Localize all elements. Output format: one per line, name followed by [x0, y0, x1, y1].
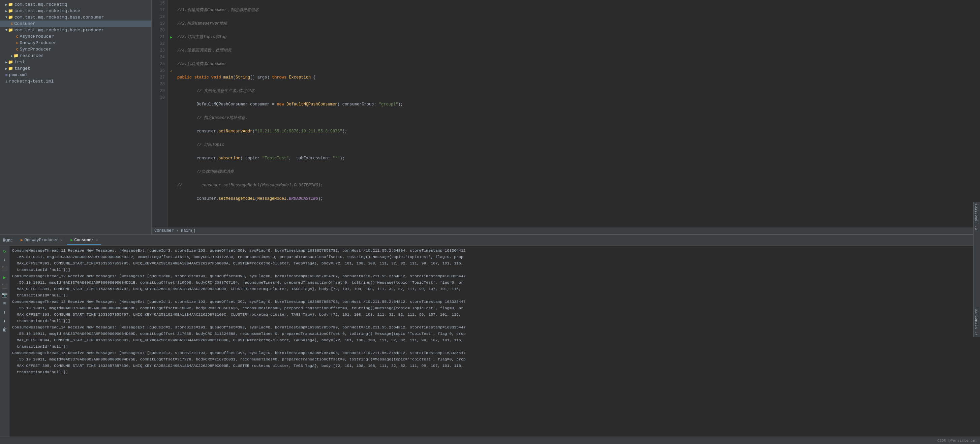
output-line-11: MAX_OFFSET=393, CONSUME_START_TIME=16336…: [12, 311, 977, 318]
stop-button[interactable]: ⬛: [1, 265, 8, 272]
code-text: //1.创建消费者Consumer，制定消费者组名 //2.指定Nameserv…: [175, 0, 980, 227]
arrow-icon: ▶: [5, 67, 7, 71]
output-line-3: MAX_OFFSET=391, CONSUME_START_TIME=16336…: [12, 260, 977, 266]
tree-item-base[interactable]: ▶ 📁 com.test.mq.rocketmq.base: [0, 8, 151, 14]
tab-oneway-label: OnewayProducer: [24, 238, 58, 243]
tree-item-async[interactable]: C AsyncProducer: [0, 33, 151, 40]
output-line-17: ConsumeMessageThread_15 Receive New Mess…: [12, 350, 977, 356]
comment-line-19: //4.设置回调函数，处理消息: [177, 48, 232, 53]
line-numbers: 16 17 18 19 20 21 22 23 24 25 26 27 28 2…: [152, 0, 168, 227]
run-tab-icon: ▶: [21, 238, 23, 243]
tree-item-consumer-file[interactable]: C Consumer: [0, 21, 151, 27]
folder-icon: 📁: [8, 28, 13, 33]
tree-item-iml[interactable]: i rocketmq-test.iml: [0, 78, 151, 84]
up-arrow-button[interactable]: ⬆: [1, 309, 8, 316]
java-icon: C: [11, 22, 13, 26]
output-line-6: .55.10:10911, msgId=0AD3370A00002A9F0000…: [12, 279, 977, 285]
output-line-18: .55.10:10911, msgId=0AD3370A00002A9F0000…: [12, 356, 977, 363]
output-line-12: transactionId='null'}]]: [12, 318, 977, 324]
output-line-20: transactionId='null']]: [12, 369, 977, 375]
tree-label: com.test.mq.rocketmq.base.consumer: [14, 15, 104, 20]
comment-line-18: //3.订阅主题Topic和Tag: [177, 35, 226, 40]
comment-line-20: //5.启动消费者consumer: [177, 62, 226, 67]
output-line-15: MAX_OFFSET=394, CONSUME_START_TIME=16336…: [12, 337, 977, 343]
warning-icon: ⚠: [170, 69, 173, 73]
tree-item-pom[interactable]: m pom.xml: [0, 72, 151, 78]
restart-button[interactable]: ↻: [1, 247, 8, 255]
folder-icon: 📁: [13, 53, 19, 58]
icon-column: ▶ ⚠: [168, 0, 175, 227]
tab-consumer[interactable]: ▶ Consumer ✕: [67, 236, 101, 244]
tree-label: rocketmq-test.iml: [9, 79, 54, 84]
arrow-icon: ▼: [5, 16, 7, 19]
tree-item-rocketmq[interactable]: ▶ 📁 com.test.mq.rocketmq: [0, 2, 151, 8]
tree-label: com.test.mq.rocketmq.base: [14, 8, 80, 13]
main-area: ▶ 📁 com.test.mq.rocketmq ▶ 📁 com.test.mq…: [0, 0, 980, 235]
run-tab-icon-consumer: ▶: [70, 238, 73, 243]
down-arrow-button[interactable]: ⬇: [1, 317, 8, 325]
tree-label: Consumer: [14, 21, 35, 26]
run-toolbar: ↻ ↓ ⬛ ▶ ⬛ 📷 ≡ ⬆ ⬇ 🗑: [0, 246, 10, 437]
tree-item-oneway[interactable]: C OnewayProducer: [0, 40, 151, 46]
folder-icon: 📁: [8, 2, 13, 7]
run-panel: Run: ▶ OnewayProducer ✕ ▶ Consumer ✕ ↻ ↓…: [0, 235, 980, 437]
tree-item-consumer-pkg[interactable]: ▼ 📁 com.test.mq.rocketmq.base.consumer: [0, 14, 151, 21]
down-button[interactable]: ↓: [1, 256, 8, 263]
tree-label: target: [14, 66, 30, 71]
output-line-13: ConsumeMessageThread_14 Receive New Mess…: [12, 324, 977, 330]
folder-icon: 📁: [8, 15, 13, 20]
run-body: ↻ ↓ ⬛ ▶ ⬛ 📷 ≡ ⬆ ⬇ 🗑 ConsumeMessageThread…: [0, 246, 980, 437]
status-text: CSDN @Persistence_: [937, 439, 977, 442]
tree-item-sync[interactable]: C SyncProducer: [0, 46, 151, 52]
side-panel: 2: Favorites 7: Structure: [973, 202, 980, 235]
tree-label: OnewayProducer: [20, 40, 57, 46]
close-tab-icon[interactable]: ✕: [60, 238, 62, 242]
camera-button[interactable]: 📷: [1, 291, 8, 298]
xml-icon: m: [5, 73, 8, 77]
file-tree: ▶ 📁 com.test.mq.rocketmq ▶ 📁 com.test.mq…: [0, 0, 152, 235]
favorites-label[interactable]: 2: Favorites: [974, 202, 980, 232]
tree-label: com.test.mq.rocketmq.base.producer: [14, 28, 104, 33]
output-line-7: MAX_OFFSET=394, CONSUME_START_TIME=16336…: [12, 285, 977, 292]
java-icon: C: [16, 48, 19, 52]
tree-label: SyncProducer: [20, 47, 52, 52]
tree-label: pom.xml: [9, 73, 28, 78]
arrow-icon: ▶: [5, 3, 7, 7]
run-label: Run:: [3, 238, 13, 243]
output-line-5: ConsumeMessageThread_12 Receive New Mess…: [12, 273, 977, 279]
tree-label: AsyncProducer: [20, 34, 54, 39]
run-output: ConsumeMessageThread_11 Receive New Mess…: [10, 246, 980, 437]
arrow-icon: ▶: [5, 9, 7, 13]
output-line-2: .55.8:10911, msgId=0AD3370800002A9F00000…: [12, 254, 977, 260]
breadcrumb: Consumer › main(): [152, 227, 980, 235]
tree-label: com.test.mq.rocketmq: [14, 2, 67, 7]
close-consumer-tab-icon[interactable]: ✕: [96, 238, 98, 242]
tree-item-resources[interactable]: ▶ 📁 resources: [0, 52, 151, 59]
kw-public: public: [177, 75, 192, 80]
delete-button[interactable]: 🗑: [1, 326, 8, 333]
tree-item-producer-pkg[interactable]: ▼ 📁 com.test.mq.rocketmq.base.producer: [0, 27, 151, 33]
tree-label: resources: [20, 53, 43, 58]
run-arrow-icon[interactable]: ▶: [170, 35, 173, 40]
output-line-4: transactionId='null'}]]: [12, 266, 977, 273]
run-tabs: Run: ▶ OnewayProducer ✕ ▶ Consumer ✕: [0, 235, 980, 246]
menu-button[interactable]: ≡: [1, 300, 8, 307]
code-area: 16 17 18 19 20 21 22 23 24 25 26 27 28 2…: [152, 0, 980, 227]
tab-consumer-label: Consumer: [75, 238, 94, 243]
run-button[interactable]: ▶: [1, 274, 8, 281]
output-line-16: transactionId='null']]: [12, 343, 977, 350]
code-editor: 16 17 18 19 20 21 22 23 24 25 26 27 28 2…: [152, 0, 980, 235]
comment-line-16: //1.创建消费者Consumer，制定消费者组名: [177, 8, 259, 13]
folder-icon: 📁: [8, 60, 13, 65]
comment-line-17: //2.指定Nameserver地址: [177, 21, 228, 26]
block-button[interactable]: ⬛: [1, 282, 8, 290]
folder-icon: 📁: [8, 66, 13, 71]
tab-oneway[interactable]: ▶ OnewayProducer ✕: [17, 236, 66, 244]
output-line-9: ConsumeMessageThread_13 Receive New Mess…: [12, 298, 977, 305]
tree-item-target[interactable]: ▶ 📁 target: [0, 65, 151, 72]
status-bar: CSDN @Persistence_: [0, 437, 980, 444]
java-icon: C: [16, 41, 19, 45]
tree-label: test: [14, 60, 25, 65]
arrow-icon: ▼: [5, 28, 7, 32]
tree-item-test[interactable]: ▶ 📁 test: [0, 59, 151, 65]
